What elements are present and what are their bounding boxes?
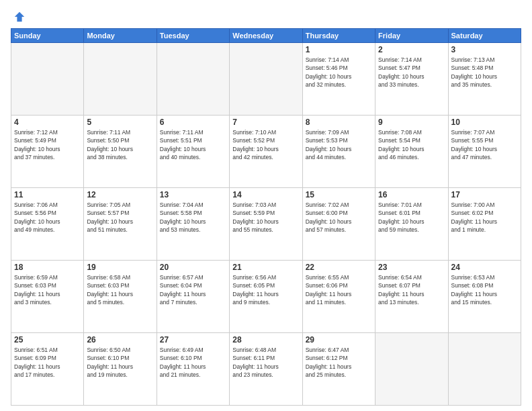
- day-number: 26: [87, 335, 153, 345]
- day-number: 21: [232, 263, 299, 272]
- logo-icon: [13, 11, 26, 23]
- day-info: Sunrise: 7:08 AM Sunset: 5:54 PM Dayligh…: [378, 128, 445, 161]
- calendar-cell: 27Sunrise: 6:49 AM Sunset: 6:10 PM Dayli…: [157, 333, 229, 406]
- weekday-header-thursday: Thursday: [302, 29, 375, 43]
- day-number: 4: [14, 118, 81, 127]
- day-info: Sunrise: 6:57 AM Sunset: 6:04 PM Dayligh…: [160, 273, 226, 306]
- day-info: Sunrise: 7:02 AM Sunset: 6:00 PM Dayligh…: [306, 201, 372, 234]
- day-number: 19: [87, 263, 153, 272]
- calendar-cell: 2Sunrise: 7:14 AM Sunset: 5:47 PM Daylig…: [375, 43, 448, 116]
- day-info: Sunrise: 6:51 AM Sunset: 6:09 PM Dayligh…: [14, 346, 81, 379]
- day-info: Sunrise: 7:04 AM Sunset: 5:58 PM Dayligh…: [160, 201, 226, 234]
- day-info: Sunrise: 6:59 AM Sunset: 6:03 PM Dayligh…: [14, 273, 81, 306]
- day-number: 13: [160, 190, 226, 199]
- calendar-cell: 24Sunrise: 6:53 AM Sunset: 6:08 PM Dayli…: [448, 261, 521, 333]
- calendar-cell: 20Sunrise: 6:57 AM Sunset: 6:04 PM Dayli…: [157, 261, 229, 333]
- calendar-cell: 23Sunrise: 6:54 AM Sunset: 6:07 PM Dayli…: [375, 261, 448, 333]
- day-info: Sunrise: 7:13 AM Sunset: 5:48 PM Dayligh…: [451, 56, 518, 89]
- calendar-cell: 1Sunrise: 7:14 AM Sunset: 5:46 PM Daylig…: [302, 43, 375, 116]
- day-number: 9: [378, 118, 445, 127]
- logo: [11, 11, 26, 23]
- day-info: Sunrise: 7:09 AM Sunset: 5:53 PM Dayligh…: [306, 128, 372, 161]
- calendar-cell: 14Sunrise: 7:03 AM Sunset: 5:59 PM Dayli…: [230, 188, 302, 261]
- calendar-cell: 9Sunrise: 7:08 AM Sunset: 5:54 PM Daylig…: [375, 116, 448, 188]
- svg-marker-0: [15, 12, 24, 21]
- weekday-header-tuesday: Tuesday: [157, 29, 229, 43]
- day-number: 17: [451, 190, 518, 199]
- day-info: Sunrise: 7:14 AM Sunset: 5:47 PM Dayligh…: [378, 56, 445, 89]
- calendar-cell: 29Sunrise: 6:47 AM Sunset: 6:12 PM Dayli…: [302, 333, 375, 406]
- day-info: Sunrise: 6:47 AM Sunset: 6:12 PM Dayligh…: [306, 346, 372, 379]
- day-number: 28: [232, 335, 299, 345]
- calendar-cell: 6Sunrise: 7:11 AM Sunset: 5:51 PM Daylig…: [157, 116, 229, 188]
- calendar-cell: 28Sunrise: 6:48 AM Sunset: 6:11 PM Dayli…: [230, 333, 302, 406]
- day-number: 22: [306, 263, 372, 272]
- day-info: Sunrise: 6:53 AM Sunset: 6:08 PM Dayligh…: [451, 273, 518, 306]
- day-info: Sunrise: 7:01 AM Sunset: 6:01 PM Dayligh…: [378, 201, 445, 234]
- day-info: Sunrise: 7:05 AM Sunset: 5:57 PM Dayligh…: [87, 201, 153, 234]
- day-number: 20: [160, 263, 226, 272]
- day-number: 2: [378, 45, 445, 54]
- weekday-header-monday: Monday: [84, 29, 157, 43]
- day-info: Sunrise: 6:54 AM Sunset: 6:07 PM Dayligh…: [378, 273, 445, 306]
- day-number: 24: [451, 263, 518, 272]
- calendar-cell: 19Sunrise: 6:58 AM Sunset: 6:03 PM Dayli…: [84, 261, 157, 333]
- calendar-cell: 13Sunrise: 7:04 AM Sunset: 5:58 PM Dayli…: [157, 188, 229, 261]
- day-number: 27: [160, 335, 226, 345]
- calendar-cell: 22Sunrise: 6:55 AM Sunset: 6:06 PM Dayli…: [302, 261, 375, 333]
- day-number: 29: [306, 335, 372, 345]
- day-number: 14: [232, 190, 299, 199]
- calendar-cell: 10Sunrise: 7:07 AM Sunset: 5:55 PM Dayli…: [448, 116, 521, 188]
- weekday-header-friday: Friday: [375, 29, 448, 43]
- header: [11, 11, 521, 23]
- day-number: 7: [232, 118, 299, 127]
- day-info: Sunrise: 7:11 AM Sunset: 5:50 PM Dayligh…: [87, 128, 153, 161]
- calendar-cell: 12Sunrise: 7:05 AM Sunset: 5:57 PM Dayli…: [84, 188, 157, 261]
- week-row-5: 25Sunrise: 6:51 AM Sunset: 6:09 PM Dayli…: [11, 333, 521, 406]
- day-info: Sunrise: 7:00 AM Sunset: 6:02 PM Dayligh…: [451, 201, 518, 234]
- weekday-header-row: SundayMondayTuesdayWednesdayThursdayFrid…: [11, 29, 521, 43]
- week-row-1: 1Sunrise: 7:14 AM Sunset: 5:46 PM Daylig…: [11, 43, 521, 116]
- day-number: 8: [306, 118, 372, 127]
- calendar-cell: [230, 43, 302, 116]
- calendar-cell: 4Sunrise: 7:12 AM Sunset: 5:49 PM Daylig…: [11, 116, 84, 188]
- day-info: Sunrise: 7:12 AM Sunset: 5:49 PM Dayligh…: [14, 128, 81, 161]
- day-info: Sunrise: 7:11 AM Sunset: 5:51 PM Dayligh…: [160, 128, 226, 161]
- day-number: 16: [378, 190, 445, 199]
- day-number: 25: [14, 335, 81, 345]
- weekday-header-sunday: Sunday: [11, 29, 84, 43]
- calendar-cell: 15Sunrise: 7:02 AM Sunset: 6:00 PM Dayli…: [302, 188, 375, 261]
- calendar-cell: 17Sunrise: 7:00 AM Sunset: 6:02 PM Dayli…: [448, 188, 521, 261]
- day-info: Sunrise: 6:49 AM Sunset: 6:10 PM Dayligh…: [160, 346, 226, 379]
- calendar-cell: 25Sunrise: 6:51 AM Sunset: 6:09 PM Dayli…: [11, 333, 84, 406]
- day-info: Sunrise: 7:14 AM Sunset: 5:46 PM Dayligh…: [306, 56, 372, 89]
- calendar-cell: [448, 333, 521, 406]
- week-row-3: 11Sunrise: 7:06 AM Sunset: 5:56 PM Dayli…: [11, 188, 521, 261]
- calendar-cell: 26Sunrise: 6:50 AM Sunset: 6:10 PM Dayli…: [84, 333, 157, 406]
- calendar-cell: 16Sunrise: 7:01 AM Sunset: 6:01 PM Dayli…: [375, 188, 448, 261]
- day-info: Sunrise: 6:55 AM Sunset: 6:06 PM Dayligh…: [306, 273, 372, 306]
- day-number: 15: [306, 190, 372, 199]
- day-number: 3: [451, 45, 518, 54]
- day-info: Sunrise: 7:06 AM Sunset: 5:56 PM Dayligh…: [14, 201, 81, 234]
- day-info: Sunrise: 6:50 AM Sunset: 6:10 PM Dayligh…: [87, 346, 153, 379]
- day-info: Sunrise: 6:48 AM Sunset: 6:11 PM Dayligh…: [232, 346, 299, 379]
- calendar-cell: 3Sunrise: 7:13 AM Sunset: 5:48 PM Daylig…: [448, 43, 521, 116]
- day-info: Sunrise: 7:03 AM Sunset: 5:59 PM Dayligh…: [232, 201, 299, 234]
- calendar-cell: [84, 43, 157, 116]
- calendar-cell: 11Sunrise: 7:06 AM Sunset: 5:56 PM Dayli…: [11, 188, 84, 261]
- day-number: 18: [14, 263, 81, 272]
- day-number: 6: [160, 118, 226, 127]
- week-row-2: 4Sunrise: 7:12 AM Sunset: 5:49 PM Daylig…: [11, 116, 521, 188]
- week-row-4: 18Sunrise: 6:59 AM Sunset: 6:03 PM Dayli…: [11, 261, 521, 333]
- day-info: Sunrise: 7:07 AM Sunset: 5:55 PM Dayligh…: [451, 128, 518, 161]
- page: SundayMondayTuesdayWednesdayThursdayFrid…: [0, 0, 532, 411]
- day-info: Sunrise: 7:10 AM Sunset: 5:52 PM Dayligh…: [232, 128, 299, 161]
- calendar-cell: 21Sunrise: 6:56 AM Sunset: 6:05 PM Dayli…: [230, 261, 302, 333]
- calendar-cell: 7Sunrise: 7:10 AM Sunset: 5:52 PM Daylig…: [230, 116, 302, 188]
- calendar-cell: [375, 333, 448, 406]
- day-number: 11: [14, 190, 81, 199]
- calendar-cell: 8Sunrise: 7:09 AM Sunset: 5:53 PM Daylig…: [302, 116, 375, 188]
- day-number: 12: [87, 190, 153, 199]
- calendar-cell: [11, 43, 84, 116]
